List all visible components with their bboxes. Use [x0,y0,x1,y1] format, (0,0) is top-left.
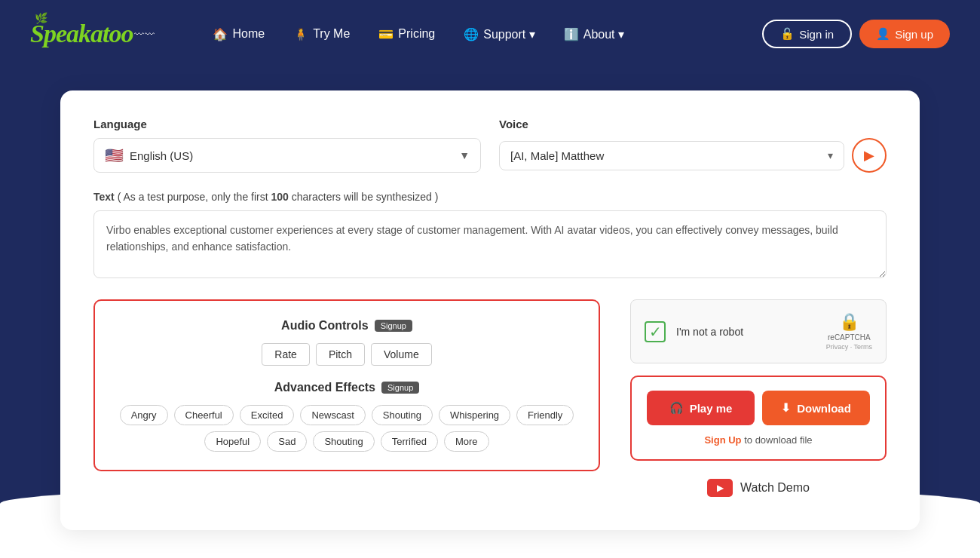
flag-icon: 🇺🇸 [105,146,124,164]
home-icon: 🏠 [213,27,228,41]
main-card: Language 🇺🇸 English (US) ▼ Voice [60,90,920,530]
recaptcha-icon: 🔒 [839,312,859,332]
signup-text: Sign Up to download file [704,434,812,446]
controls-row: Rate Pitch Volume [116,343,577,366]
nav-tryme[interactable]: 🧍 Try Me [281,21,362,48]
chip-angry[interactable]: Angry [120,405,168,425]
voice-row: [AI, Male] Matthew ▾ ▶ [499,138,887,173]
chip-shouting[interactable]: Shouting [372,405,433,425]
audio-controls-title: Audio Controls Signup [116,319,577,333]
recaptcha-logo: 🔒 reCAPTCHA Privacy · Terms [826,312,872,351]
logo[interactable]: 🌿 Speakatoo 〰〰 [30,20,155,48]
right-panel: ✓ I'm not a robot 🔒 reCAPTCHA Privacy · … [630,299,887,503]
text-label: Text [93,191,115,203]
recaptcha-label: I'm not a robot [676,326,816,338]
nav-about[interactable]: ℹ️ About ▾ [552,21,636,48]
nav-links: 🏠 Home 🧍 Try Me 💳 Pricing 🌐 Support ▾ ℹ️… [201,21,747,48]
chip-hopeful[interactable]: Hopeful [204,431,261,452]
effects-chips-row2: Hopeful Sad Shouting Terrified More [116,431,577,452]
headphone-icon: 🎧 [669,401,684,415]
rate-button[interactable]: Rate [262,343,310,366]
chip-shouting2[interactable]: Shouting [313,431,374,452]
about-icon: ℹ️ [564,27,579,41]
audio-controls-box: Audio Controls Signup Rate Pitch Volume … [93,299,600,471]
effects-chips-row1: Angry Cheerful Excited Newscast Shouting… [116,405,577,425]
play-me-button[interactable]: 🎧 Play me [647,391,755,425]
recaptcha-brand: reCAPTCHA [828,333,871,342]
advanced-effects-title: Advanced Effects Signup [116,381,577,394]
page-background: Language 🇺🇸 English (US) ▼ Voice [0,68,980,558]
language-select-wrapper[interactable]: 🇺🇸 English (US) ▼ [93,138,481,173]
chip-cheerful[interactable]: Cheerful [174,405,234,425]
chip-sad[interactable]: Sad [267,431,307,452]
download-button[interactable]: ⬇ Download [762,391,870,425]
watch-demo-link[interactable]: ▶ Watch Demo [630,473,887,503]
logo-text: Speakatoo [30,20,133,48]
language-select[interactable]: English (US) [130,149,470,162]
chip-whispering[interactable]: Whispering [439,405,510,425]
chip-newscast[interactable]: Newscast [300,405,365,425]
signup-icon: 👤 [876,27,890,41]
signin-icon: 🔓 [780,27,795,41]
chip-terrified[interactable]: Terrified [381,431,438,452]
play-icon: ▶ [864,147,874,164]
advanced-effects-badge[interactable]: Signup [381,382,419,394]
download-icon: ⬇ [781,401,791,415]
recaptcha-box[interactable]: ✓ I'm not a robot 🔒 reCAPTCHA Privacy · … [630,299,887,363]
audio-controls-badge[interactable]: Signup [375,320,412,332]
action-box: 🎧 Play me ⬇ Download Sign Up to download… [630,376,887,461]
language-group: Language 🇺🇸 English (US) ▼ [93,118,481,173]
checkmark-icon: ✓ [649,323,662,341]
signup-button[interactable]: 👤 Sign up [859,20,950,48]
chip-more[interactable]: More [444,431,489,452]
voice-label: Voice [499,118,887,130]
action-buttons: 🎧 Play me ⬇ Download [647,391,870,425]
pricing-icon: 💳 [378,27,394,41]
recaptcha-links: Privacy · Terms [826,343,872,351]
support-icon: 🌐 [464,27,479,41]
pitch-button[interactable]: Pitch [316,343,365,366]
signup-link[interactable]: Sign Up [704,434,741,446]
navbar: 🌿 Speakatoo 〰〰 🏠 Home 🧍 Try Me 💳 Pricing… [0,0,980,68]
voice-select-box[interactable]: [AI, Male] Matthew ▾ [499,141,844,170]
form-row-top: Language 🇺🇸 English (US) ▼ Voice [93,118,887,173]
text-note: Text ( As a test purpose, only the first… [93,191,887,203]
recaptcha-checkbox[interactable]: ✓ [645,321,666,342]
youtube-icon: ▶ [707,479,733,497]
watch-demo-text: Watch Demo [740,481,810,495]
nav-buttons: 🔓 Sign in 👤 Sign up [762,20,950,48]
voice-preview-button[interactable]: ▶ [852,138,887,173]
tryme-icon: 🧍 [293,27,308,41]
voice-group: Voice [AI, Male] Matthew ▾ ▶ [499,118,887,173]
nav-support[interactable]: 🌐 Support ▾ [452,21,547,48]
text-section: Text ( As a test purpose, only the first… [93,191,887,281]
signin-button[interactable]: 🔓 Sign in [762,20,852,48]
nav-home[interactable]: 🏠 Home [201,21,277,48]
text-input[interactable]: Virbo enables exceptional customer exper… [93,210,887,278]
voice-select-wrapper: [AI, Male] Matthew ▾ [499,141,844,170]
nav-pricing[interactable]: 💳 Pricing [366,21,447,48]
volume-button[interactable]: Volume [371,343,432,366]
bottom-row: Audio Controls Signup Rate Pitch Volume … [93,299,887,503]
language-label: Language [93,118,481,130]
chip-excited[interactable]: Excited [240,405,295,425]
voice-select[interactable]: [AI, Male] Matthew [510,149,833,162]
chip-friendly[interactable]: Friendly [516,405,574,425]
